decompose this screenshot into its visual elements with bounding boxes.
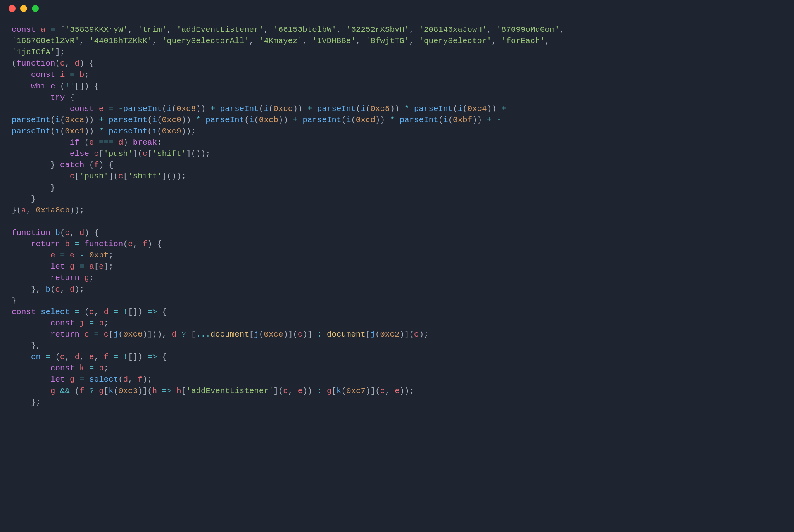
close-icon[interactable] [9, 5, 16, 12]
titlebar [0, 0, 794, 17]
string-literal: 'forEach' [501, 36, 545, 45]
code-window: const a = ['35839KKXryW', 'trim', 'addEv… [0, 0, 794, 532]
string-literal: '44018hTZKkK' [89, 36, 152, 45]
string-literal: '35839KKXryW' [65, 25, 128, 34]
string-literal: '165760etlZVR' [12, 36, 79, 45]
code-editor[interactable]: const a = ['35839KKXryW', 'trim', 'addEv… [0, 17, 794, 420]
string-literal: '66153btolbW' [273, 25, 337, 34]
string-literal: '8fwjtTG' [366, 36, 409, 45]
string-literal: 'querySelector' [419, 36, 492, 45]
minimize-icon[interactable] [20, 5, 27, 12]
string-literal: '4Kmayez' [259, 36, 303, 45]
string-literal: '208146xaJowH' [419, 25, 487, 34]
string-literal: '87099oMqGom' [497, 25, 560, 34]
keyword-const: const [12, 25, 36, 34]
string-literal: '1VDHBBe' [312, 36, 356, 45]
operator: = [50, 25, 55, 34]
string-literal: '62252rXSbvH' [346, 25, 409, 34]
punctuation: [ [60, 25, 65, 34]
string-literal: 'querySelectorAll' [162, 36, 249, 45]
string-literal: 'trim' [138, 25, 167, 34]
string-literal: 'addEventListener' [176, 25, 264, 34]
zoom-icon[interactable] [32, 5, 39, 12]
string-literal: '1jcICfA' [12, 48, 55, 57]
keyword-function: function [17, 59, 55, 68]
identifier: a [41, 25, 46, 34]
